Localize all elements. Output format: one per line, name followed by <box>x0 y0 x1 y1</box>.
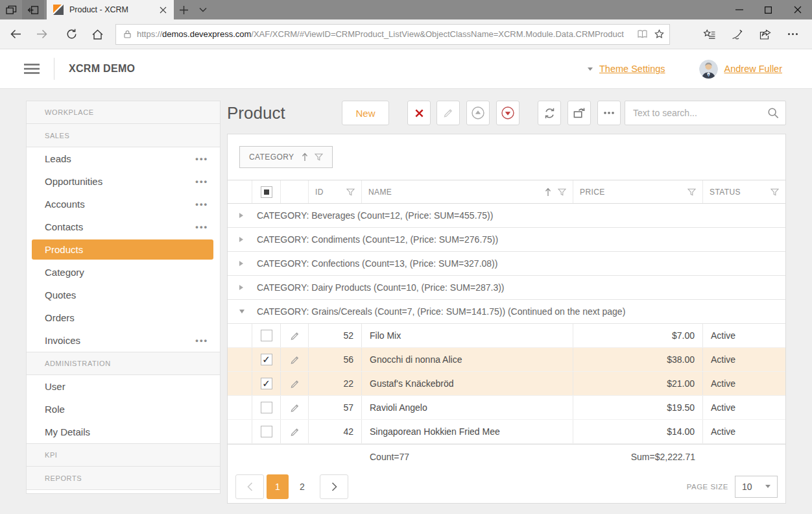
sidebar-item-role[interactable]: Role <box>27 398 220 421</box>
group-row-condiments[interactable]: CATEGORY: Condiments (Count=12, (Price: … <box>228 228 785 252</box>
new-tab-button[interactable] <box>174 0 193 19</box>
sidebar-item-accounts[interactable]: Accounts••• <box>27 193 220 215</box>
group-row-beverages[interactable]: CATEGORY: Beverages (Count=12, (Price: S… <box>228 204 785 228</box>
annotate-pen-icon[interactable] <box>723 29 751 40</box>
forward-button[interactable] <box>29 29 54 39</box>
new-button[interactable]: New <box>342 101 389 125</box>
search-icon[interactable] <box>767 107 779 119</box>
sidebar-group-kpi[interactable]: KPI <box>27 443 220 467</box>
menu-hamburger-icon[interactable] <box>24 64 40 74</box>
prev-page-button[interactable] <box>235 474 264 499</box>
tab-list-chevron-icon[interactable] <box>193 0 213 19</box>
theme-settings-caret-icon[interactable] <box>588 67 593 71</box>
expand-arrow-icon[interactable] <box>239 237 243 242</box>
search-input[interactable] <box>633 108 767 118</box>
sidebar-group-reports[interactable]: REPORTS <box>27 467 220 490</box>
sidebar-item-opportunities[interactable]: Opportunities••• <box>27 170 220 193</box>
more-commands-button[interactable] <box>597 101 621 125</box>
url-text[interactable]: https://demos.devexpress.com/XAF/XCRM/#V… <box>137 29 630 39</box>
sidebar-item-my-details[interactable]: My Details <box>27 421 220 443</box>
group-row-grains-cereals[interactable]: CATEGORY: Grains/Cereals (Count=7, (Pric… <box>228 300 785 324</box>
row-edit-icon[interactable] <box>281 324 309 347</box>
sidebar-item-invoices[interactable]: Invoices••• <box>27 329 220 352</box>
select-all-checkbox[interactable] <box>252 180 281 203</box>
row-checkbox[interactable]: ✓ <box>261 378 272 389</box>
expand-arrow-icon[interactable] <box>239 261 243 266</box>
user-name-link[interactable]: Andrew Fuller <box>724 64 782 74</box>
sidebar-group-administration[interactable]: ADMINISTRATION <box>27 352 220 375</box>
column-header-name[interactable]: NAME <box>362 180 573 203</box>
row-edit-icon[interactable] <box>281 396 309 419</box>
table-row[interactable]: ✓ 42 Singaporean Hokkien Fried Mee $14.0… <box>228 420 785 444</box>
sidebar-item-contacts[interactable]: Contacts••• <box>27 215 220 238</box>
sidebar-item-category[interactable]: Category <box>27 261 220 284</box>
group-row-dairy-products[interactable]: CATEGORY: Dairy Products (Count=10, (Pri… <box>228 276 785 300</box>
sidebar-item-user[interactable]: User <box>27 375 220 398</box>
filter-funnel-icon[interactable] <box>315 153 323 161</box>
page-1-button[interactable]: 1 <box>267 474 289 499</box>
item-context-menu-icon[interactable]: ••• <box>195 156 208 162</box>
row-edit-icon[interactable] <box>281 372 309 395</box>
sidebar-item-orders[interactable]: Orders <box>27 306 220 329</box>
tab-close-icon[interactable] <box>157 4 169 16</box>
back-button[interactable] <box>3 29 29 39</box>
item-context-menu-icon[interactable]: ••• <box>195 202 208 207</box>
favorites-hub-icon[interactable] <box>695 29 723 40</box>
page-2-button[interactable]: 2 <box>291 474 313 499</box>
table-row[interactable]: ✓ 22 Gustaf's Knäckebröd $21.00 Active <box>228 372 785 396</box>
edit-button[interactable] <box>436 101 460 125</box>
set-tabs-aside-icon[interactable] <box>22 0 44 19</box>
window-maximize-button[interactable] <box>754 0 783 19</box>
user-avatar[interactable] <box>699 60 718 79</box>
page-size-dropdown[interactable]: 10 <box>735 476 778 498</box>
refresh-grid-button[interactable] <box>538 101 561 125</box>
address-bar[interactable]: https://demos.devexpress.com/XAF/XCRM/#V… <box>115 24 670 45</box>
row-checkbox[interactable]: ✓ <box>261 330 272 341</box>
group-by-category-chip[interactable]: CATEGORY <box>239 146 333 168</box>
sidebar-item-quotes[interactable]: Quotes <box>27 284 220 306</box>
table-row[interactable]: ✓ 56 Gnocchi di nonna Alice $38.00 Activ… <box>228 348 785 372</box>
filter-funnel-icon[interactable] <box>346 188 355 196</box>
next-page-button[interactable] <box>320 474 348 499</box>
theme-settings-link[interactable]: Theme Settings <box>599 64 665 74</box>
row-checkbox[interactable]: ✓ <box>261 426 272 437</box>
window-close-button[interactable] <box>783 0 812 19</box>
column-header-price[interactable]: PRICE <box>573 180 703 203</box>
collapse-arrow-icon[interactable] <box>239 310 245 313</box>
refresh-button[interactable] <box>58 29 84 40</box>
row-checkbox[interactable]: ✓ <box>261 354 272 365</box>
sort-ascending-icon[interactable] <box>545 188 551 197</box>
row-edit-icon[interactable] <box>281 348 309 371</box>
sidebar-item-leads[interactable]: Leads••• <box>27 147 220 170</box>
item-context-menu-icon[interactable]: ••• <box>195 179 208 184</box>
filter-funnel-icon[interactable] <box>558 188 566 196</box>
sidebar-group-sales[interactable]: SALES <box>27 124 220 147</box>
expand-all-button[interactable] <box>496 101 519 125</box>
share-icon[interactable] <box>751 29 779 40</box>
table-row[interactable]: ✓ 57 Ravioli Angelo $19.50 Active <box>228 396 785 420</box>
delete-button[interactable] <box>407 101 431 125</box>
row-edit-icon[interactable] <box>281 420 309 443</box>
reading-view-icon[interactable] <box>637 30 648 38</box>
expand-arrow-icon[interactable] <box>239 213 243 218</box>
more-options-icon[interactable] <box>779 29 807 40</box>
sort-ascending-icon[interactable] <box>302 153 308 162</box>
window-minimize-button[interactable] <box>724 0 754 19</box>
browser-tab[interactable]: Product - XCRM <box>47 0 174 19</box>
row-checkbox[interactable]: ✓ <box>261 402 272 413</box>
sidebar-group-workplace[interactable]: WORKPLACE <box>27 101 220 124</box>
home-button[interactable] <box>84 29 110 40</box>
filter-funnel-icon[interactable] <box>770 188 779 196</box>
table-row[interactable]: ✓ 52 Filo Mix $7.00 Active <box>228 324 785 348</box>
expand-arrow-icon[interactable] <box>239 285 243 290</box>
group-row-confections[interactable]: CATEGORY: Confections (Count=13, (Price:… <box>228 252 785 276</box>
sidebar-item-products[interactable]: Products <box>32 239 213 260</box>
filter-funnel-icon[interactable] <box>687 188 696 196</box>
item-context-menu-icon[interactable]: ••• <box>195 225 208 230</box>
add-favorite-star-icon[interactable] <box>654 29 664 39</box>
column-header-status[interactable]: STATUS <box>703 180 785 203</box>
collapse-all-button[interactable] <box>466 101 490 125</box>
export-button[interactable] <box>567 101 591 125</box>
item-context-menu-icon[interactable]: ••• <box>195 338 208 343</box>
column-header-id[interactable]: ID <box>309 180 362 203</box>
